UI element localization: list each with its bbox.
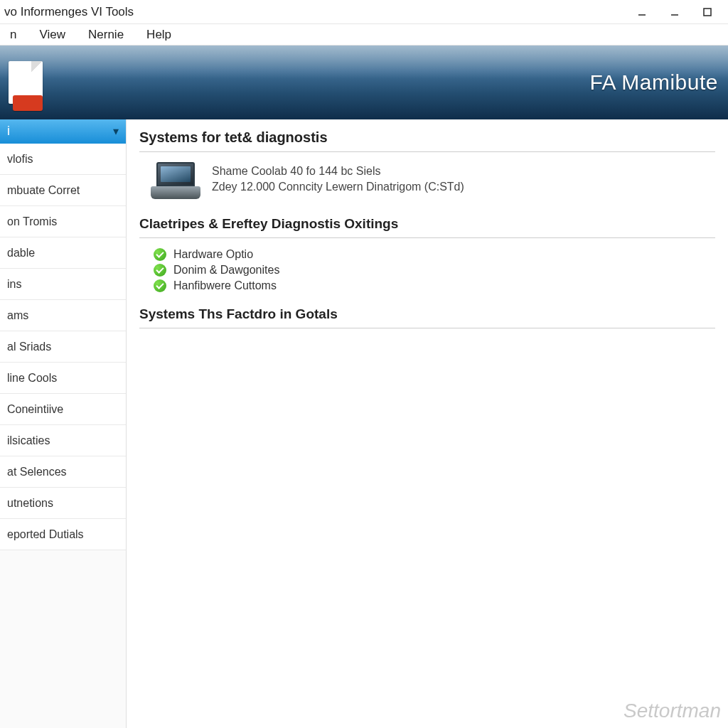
- sidebar-item-label: eported Dutials: [7, 528, 84, 541]
- system-info: Shame Coolab 40 fo 144 bc Siels Zdey 12.…: [212, 162, 464, 199]
- laptop-icon: [151, 162, 200, 199]
- sidebar-item[interactable]: ilsicaties: [0, 425, 126, 456]
- sidebar-item[interactable]: ams: [0, 300, 126, 331]
- section-heading-diagnostics: Claetripes & Ereftey Diagnostis Oxitings: [139, 213, 715, 238]
- sidebar-item-label: ilsicaties: [7, 434, 50, 447]
- sidebar-item-label: utnetions: [7, 497, 53, 510]
- system-info-line2: Zdey 12.000 Conncity Lewern Dinatrigom (…: [212, 179, 464, 195]
- app-window: vo Informenges VI Tools n View Nernie He…: [0, 0, 728, 728]
- content-pane: Systems for tet& diagnostis Shame Coolab…: [127, 119, 728, 728]
- menu-item-nernie[interactable]: Nernie: [85, 26, 127, 44]
- sidebar-item[interactable]: vlofis: [0, 144, 126, 175]
- sidebar-header[interactable]: i ▾: [0, 119, 126, 144]
- sidebar-item-label: at Selences: [7, 466, 67, 478]
- sidebar-item[interactable]: eported Dutials: [0, 519, 126, 550]
- sidebar-item[interactable]: dable: [0, 237, 126, 269]
- check-ok-icon: [154, 248, 166, 261]
- sidebar: i ▾ vlofis mbuate Corret on Tromis dable…: [0, 119, 127, 728]
- menu-item-help[interactable]: Help: [144, 26, 174, 44]
- list-item: Hanfibwere Cuttoms: [154, 278, 715, 294]
- sidebar-item[interactable]: Coneintiive: [0, 394, 126, 425]
- sidebar-item-label: line Cools: [7, 372, 57, 385]
- sidebar-header-label: i: [7, 124, 10, 139]
- sidebar-item[interactable]: on Tromis: [0, 206, 126, 237]
- list-item-label: Donim & Dawgonites: [173, 264, 279, 277]
- sidebar-item-label: vlofis: [7, 153, 33, 166]
- window-title: vo Informenges VI Tools: [4, 5, 134, 19]
- sidebar-item[interactable]: al Sriads: [0, 331, 126, 363]
- list-item: Donim & Dawgonites: [154, 262, 715, 278]
- menu-item-0[interactable]: n: [7, 26, 19, 44]
- sidebar-item-label: on Tromis: [7, 215, 57, 228]
- list-item-label: Hardware Optio: [173, 248, 253, 261]
- sidebar-item-label: dable: [7, 247, 35, 259]
- minimize-button-2[interactable]: [658, 2, 691, 22]
- system-info-line1: Shame Coolab 40 fo 144 bc Siels: [212, 164, 464, 179]
- chevron-down-icon: ▾: [113, 124, 119, 138]
- diagnostics-list: Hardware Optio Donim & Dawgonites Hanfib…: [139, 245, 715, 294]
- header-banner: FA Mamibute: [0, 46, 728, 119]
- app-logo-icon: [9, 61, 43, 104]
- svg-rect-2: [704, 9, 711, 16]
- list-item-label: Hanfibwere Cuttoms: [173, 279, 277, 292]
- sidebar-item[interactable]: line Cools: [0, 363, 126, 394]
- sidebar-item-label: ins: [7, 278, 21, 291]
- titlebar: vo Informenges VI Tools: [0, 0, 728, 24]
- minimize-button[interactable]: [626, 2, 658, 22]
- sidebar-item-label: al Sriads: [7, 341, 51, 353]
- list-item: Hardware Optio: [154, 247, 715, 262]
- sidebar-item-label: mbuate Corret: [7, 184, 80, 197]
- menu-item-view[interactable]: View: [36, 26, 68, 44]
- sidebar-item-label: ams: [7, 309, 28, 322]
- section-heading-gotals: Systems Ths Factdro in Gotals: [139, 304, 715, 328]
- body: i ▾ vlofis mbuate Corret on Tromis dable…: [0, 119, 728, 728]
- sidebar-item[interactable]: utnetions: [0, 488, 126, 519]
- section-heading-systems: Systems for tet& diagnostis: [139, 127, 715, 152]
- sidebar-item[interactable]: at Selences: [0, 456, 126, 488]
- system-summary: Shame Coolab 40 fo 144 bc Siels Zdey 12.…: [139, 159, 715, 203]
- sidebar-item-label: Coneintiive: [7, 403, 63, 416]
- maximize-button[interactable]: [691, 2, 724, 22]
- sidebar-item[interactable]: mbuate Corret: [0, 175, 126, 206]
- menubar: n View Nernie Help: [0, 24, 728, 46]
- sidebar-item[interactable]: ins: [0, 269, 126, 300]
- check-ok-icon: [154, 279, 166, 292]
- check-ok-icon: [154, 264, 166, 277]
- banner-title: FA Mamibute: [589, 70, 718, 95]
